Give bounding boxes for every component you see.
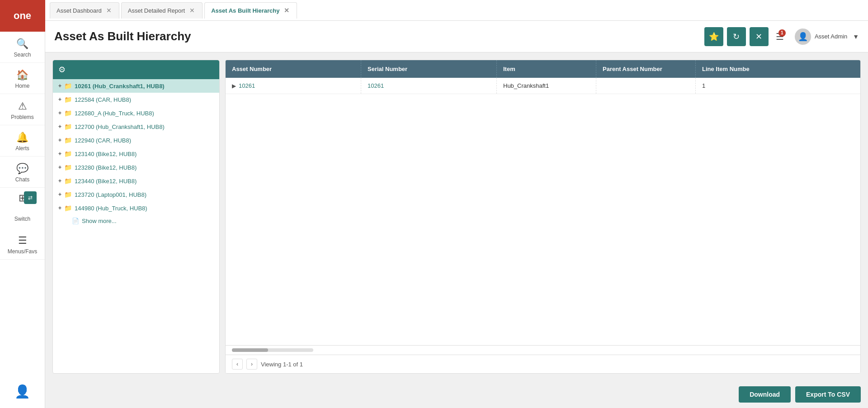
- sidebar-item-search[interactable]: 🔍 Search: [0, 32, 45, 63]
- menu-button[interactable]: ☰ 1: [776, 31, 784, 42]
- sidebar-label-alerts: Alerts: [15, 145, 29, 152]
- table-panel: Asset Number Serial Number Item Parent A…: [225, 60, 861, 374]
- tree-item-8[interactable]: + 📁 144980 (Hub_Truck, HUB8): [53, 201, 219, 215]
- tab-asset-hierarchy[interactable]: Asset As Built Hierarchy ✕: [204, 2, 297, 19]
- main-area: Asset Dashboard ✕ Asset Detailed Report …: [45, 0, 868, 408]
- folder-icon-selected: 📁: [64, 82, 72, 90]
- tree-expand-6[interactable]: +: [58, 178, 61, 184]
- tree-label-4: 123140 (Bike12, HUB8): [75, 151, 137, 157]
- prev-page-button[interactable]: ‹: [232, 359, 243, 370]
- tree-label-5: 123280 (Bike12, HUB8): [75, 164, 137, 171]
- tree-expand-7[interactable]: +: [58, 191, 61, 198]
- menus-icon: ☰: [18, 235, 27, 247]
- table-footer: ‹ › Viewing 1-1 of 1: [226, 355, 860, 373]
- tab-asset-detailed[interactable]: Asset Detailed Report ✕: [121, 2, 203, 19]
- tree-item-6[interactable]: + 📁 123440 (Bike12, HUB8): [53, 174, 219, 188]
- favorite-button[interactable]: ⭐: [704, 27, 723, 46]
- tree-label-7: 123720 (Laptop001, HUB8): [75, 191, 146, 198]
- export-csv-button[interactable]: Export To CSV: [795, 386, 861, 403]
- sidebar-label-search: Search: [14, 52, 31, 58]
- tab-close-detailed[interactable]: ✕: [189, 7, 196, 14]
- user-avatar-icon: 👤: [14, 384, 30, 399]
- sidebar-bottom: 👤: [0, 378, 45, 408]
- sidebar-item-alerts[interactable]: 🔔 Alerts: [0, 125, 45, 157]
- bottom-actions: Download Export To CSV: [45, 381, 868, 408]
- col-header-line: Line Item Numbe: [696, 60, 764, 78]
- app-logo: one: [0, 0, 45, 32]
- sidebar-switch[interactable]: ⊞ ⇄ Switch: [0, 188, 45, 227]
- serial-number-value: 10261: [368, 82, 384, 89]
- col-header-item: Item: [497, 60, 596, 78]
- scroll-thumb[interactable]: [232, 348, 268, 352]
- tab-label-detailed: Asset Detailed Report: [128, 7, 185, 14]
- switch-badge: ⇄: [24, 191, 37, 204]
- tree-label-3: 122940 (CAR, HUB8): [75, 137, 131, 144]
- tree-item-0[interactable]: + 📁 122584 (CAR, HUB8): [53, 93, 219, 106]
- sidebar-label-problems: Problems: [11, 114, 34, 120]
- tree-header[interactable]: ⚙: [53, 60, 219, 79]
- item-value: Hub_Crankshaft1: [503, 82, 549, 89]
- table-body: ▶ 10261 10261 Hub_Crankshaft1 1: [226, 78, 860, 345]
- tab-label-hierarchy: Asset As Built Hierarchy: [211, 7, 279, 14]
- refresh-button[interactable]: ↻: [727, 27, 746, 46]
- sidebar-item-user-avatar[interactable]: 👤: [0, 378, 45, 403]
- sidebar-label-switch: Switch: [14, 216, 30, 222]
- user-dropdown-arrow[interactable]: ▼: [853, 33, 859, 40]
- avatar: 👤: [795, 28, 811, 45]
- tree-expand-3[interactable]: +: [58, 137, 61, 143]
- tree-panel: ⚙ + 📁 10261 (Hub_Crankshaft1, HUB8) + 📁 …: [52, 60, 220, 374]
- problems-icon: ⚠: [18, 100, 27, 112]
- tree-expand-0[interactable]: +: [58, 96, 61, 103]
- tree-expand-1[interactable]: +: [58, 110, 61, 116]
- tree-item-1[interactable]: + 📁 122680_A (Hub_Truck, HUB8): [53, 106, 219, 120]
- next-page-button[interactable]: ›: [246, 359, 257, 370]
- tree-expand-selected[interactable]: +: [58, 83, 61, 89]
- tab-close-hierarchy[interactable]: ✕: [283, 7, 290, 14]
- folder-icon-8: 📁: [64, 204, 72, 212]
- tree-settings-icon: ⚙: [58, 65, 66, 75]
- tree-item-selected[interactable]: + 📁 10261 (Hub_Crankshaft1, HUB8): [53, 79, 219, 93]
- sidebar-item-menus[interactable]: ☰ Menus/Favs: [0, 228, 45, 260]
- col-header-parent: Parent Asset Number: [596, 60, 696, 78]
- tree-item-7[interactable]: + 📁 123720 (Laptop001, HUB8): [53, 188, 219, 201]
- sidebar-item-problems[interactable]: ⚠ Problems: [0, 94, 45, 125]
- sidebar-item-chats[interactable]: 💬 Chats: [0, 157, 45, 188]
- sidebar-label-menus: Menus/Favs: [8, 248, 37, 255]
- download-button[interactable]: Download: [739, 386, 791, 403]
- table-row: ▶ 10261 10261 Hub_Crankshaft1 1: [226, 78, 860, 94]
- tree-label-8: 144980 (Hub_Truck, HUB8): [75, 205, 147, 212]
- folder-icon-5: 📁: [64, 164, 72, 171]
- close-button[interactable]: ✕: [750, 27, 769, 46]
- cell-asset-number[interactable]: ▶ 10261: [226, 78, 361, 94]
- tree-item-4[interactable]: + 📁 123140 (Bike12, HUB8): [53, 147, 219, 161]
- cell-serial-number[interactable]: 10261: [361, 78, 497, 94]
- tree-expand-8[interactable]: +: [58, 205, 61, 211]
- tab-close-dashboard[interactable]: ✕: [105, 7, 113, 14]
- show-more-link[interactable]: 📄 Show more...: [53, 215, 219, 227]
- tree-label-0: 122584 (CAR, HUB8): [75, 96, 131, 103]
- tree-label-1: 122680_A (Hub_Truck, HUB8): [75, 110, 154, 117]
- sidebar-item-home[interactable]: 🏠 Home: [0, 63, 45, 94]
- tree-expand-4[interactable]: +: [58, 151, 61, 157]
- pagination-info: Viewing 1-1 of 1: [261, 361, 303, 368]
- tree-expand-5[interactable]: +: [58, 164, 61, 171]
- tree-item-3[interactable]: + 📁 122940 (CAR, HUB8): [53, 133, 219, 147]
- content-area: ⚙ + 📁 10261 (Hub_Crankshaft1, HUB8) + 📁 …: [45, 52, 868, 381]
- scroll-track[interactable]: [232, 348, 313, 352]
- tab-asset-dashboard[interactable]: Asset Dashboard ✕: [50, 2, 119, 19]
- col-header-asset: Asset Number: [226, 60, 361, 78]
- row-expand-arrow[interactable]: ▶: [232, 83, 236, 89]
- tree-expand-2[interactable]: +: [58, 123, 61, 130]
- show-more-label: Show more...: [82, 218, 117, 224]
- folder-icon-3: 📁: [64, 137, 72, 144]
- header-bar: Asset As Built Hierarchy ⭐ ↻ ✕ ☰ 1 👤 Ass…: [45, 21, 868, 52]
- tree-label-2: 122700 (Hub_Crankshaft1, HUB8): [75, 123, 165, 130]
- folder-icon-2: 📁: [64, 123, 72, 130]
- chats-icon: 💬: [16, 163, 28, 175]
- folder-icon-0: 📁: [64, 96, 72, 103]
- page-title: Asset As Built Hierarchy: [54, 29, 191, 43]
- tree-item-2[interactable]: + 📁 122700 (Hub_Crankshaft1, HUB8): [53, 120, 219, 133]
- tree-item-5[interactable]: + 📁 123280 (Bike12, HUB8): [53, 161, 219, 174]
- folder-icon-7: 📁: [64, 191, 72, 198]
- tree-label-6: 123440 (Bike12, HUB8): [75, 178, 137, 185]
